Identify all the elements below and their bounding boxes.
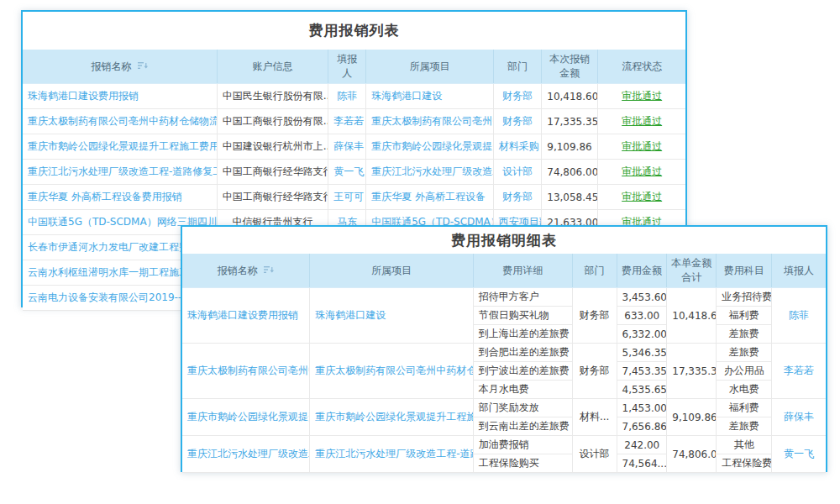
- amount-cell: 7,453.35: [617, 362, 667, 381]
- detail-cell: 部门奖励发放: [473, 399, 572, 417]
- category-cell: 福利费: [717, 307, 772, 325]
- amount-cell: 74,564...: [617, 454, 667, 473]
- total-cell: 9,109.86: [667, 399, 717, 436]
- account-cell: 中国工商银行经华路支行: [217, 185, 328, 210]
- category-cell: 福利费: [717, 399, 772, 417]
- detail-col-dept: 部门: [572, 254, 617, 288]
- list-col-name: 报销名称: [23, 50, 217, 84]
- list-table-title: 费用报销列表: [23, 12, 685, 50]
- total-cell: 10,418.60: [667, 288, 717, 344]
- status-link[interactable]: 审批通过: [598, 134, 685, 160]
- reporter-link[interactable]: 李若若: [328, 109, 366, 134]
- list-col-name-label: 报销名称: [91, 60, 131, 74]
- project-link[interactable]: 重庆江北污水处理厂级改造工程-道路修复工: [310, 436, 474, 473]
- detail-col-project: 所属项目: [310, 254, 474, 288]
- dept-link[interactable]: 设计部: [493, 160, 542, 185]
- status-link[interactable]: 审批通过: [598, 185, 685, 210]
- list-col-project: 所属项目: [366, 50, 493, 84]
- reporter-link[interactable]: 陈菲: [328, 84, 366, 109]
- dept-link[interactable]: 材料采购: [493, 134, 542, 160]
- detail-col-amount: 费用金额: [617, 254, 667, 288]
- expense-name-link[interactable]: 重庆太极制药有限公司亳州中药材: [182, 344, 310, 399]
- list-col-dept: 部门: [493, 50, 542, 84]
- detail-row: 珠海鹤港口建设费用报销 珠海鹤港口建设 招待甲方客户 财务部 3,453.60 …: [182, 288, 826, 307]
- project-link[interactable]: 重庆市鹅岭公园绿化景观提升工程施工: [310, 399, 474, 436]
- amount-cell: 4,535.65: [617, 381, 667, 399]
- detail-table-title: 费用报销明细表: [182, 227, 826, 254]
- account-cell: 中国工商银行股份有限...: [217, 109, 328, 134]
- list-col-reporter: 填报人: [328, 50, 366, 84]
- detail-col-name: 报销名称: [182, 254, 310, 288]
- amount-cell: 3,453.60: [617, 288, 667, 307]
- amount-cell: 13,058.45: [542, 185, 598, 210]
- amount-cell: 5,346.35: [617, 344, 667, 362]
- reporter-link[interactable]: 黄一飞: [328, 160, 366, 185]
- account-cell: 中国建设银行杭州市上...: [217, 134, 328, 160]
- table-row: 重庆华夏 外高桥工程设备费用报销 中国工商银行经华路支行 王可可 重庆华夏 外高…: [23, 185, 685, 210]
- project-link[interactable]: 珠海鹤港口建设: [366, 84, 493, 109]
- sort-icon[interactable]: [138, 60, 148, 71]
- status-link[interactable]: 审批通过: [598, 84, 685, 109]
- project-link[interactable]: 重庆江北污水处理厂级改造工...: [366, 160, 493, 185]
- expense-detail-panel: 费用报销明细表 报销名称 所属项目: [181, 225, 827, 472]
- table-row: 重庆江北污水处理厂级改造工程-道路修复工程费用... 中国工商银行经华路支行 黄…: [23, 160, 685, 185]
- category-cell: 差旅费: [717, 344, 772, 362]
- amount-cell: 9,109.86: [542, 134, 598, 160]
- category-cell: 其他: [717, 436, 772, 454]
- dept-link[interactable]: 财务部: [493, 109, 542, 134]
- detail-row: 重庆市鹅岭公园绿化景观提升工程 重庆市鹅岭公园绿化景观提升工程施工 部门奖励发放…: [182, 399, 826, 417]
- detail-row: 重庆江北污水处理厂级改造工程- 重庆江北污水处理厂级改造工程-道路修复工 加油费…: [182, 436, 826, 454]
- expense-name-link[interactable]: 重庆市鹅岭公园绿化景观提升工程: [182, 399, 310, 436]
- amount-cell: 74,806.00: [542, 160, 598, 185]
- detail-cell: 招待甲方客户: [473, 288, 572, 307]
- detail-cell: 到合肥出差的差旅费: [473, 344, 572, 362]
- account-cell: 中国工商银行经华路支行: [217, 160, 328, 185]
- expense-name-link[interactable]: 重庆江北污水处理厂级改造工程-道路修复工程费用...: [23, 160, 217, 185]
- amount-cell: 6,332.00: [617, 325, 667, 344]
- expense-name-link[interactable]: 重庆太极制药有限公司亳州中药材仓储物流基地项...: [23, 109, 217, 134]
- detail-col-detail: 费用详细: [473, 254, 572, 288]
- reporter-link[interactable]: 陈菲: [772, 288, 826, 344]
- project-link[interactable]: 珠海鹤港口建设: [310, 288, 474, 344]
- category-cell: 业务招待费: [717, 288, 772, 307]
- reporter-link[interactable]: 王可可: [328, 185, 366, 210]
- expense-name-link[interactable]: 重庆市鹅岭公园绿化景观提升工程施工费用报销: [23, 134, 217, 160]
- expense-name-link[interactable]: 珠海鹤港口建设费用报销: [182, 288, 310, 344]
- project-link[interactable]: 重庆太极制药有限公司亳州中药材仓储物流: [310, 344, 474, 399]
- status-link[interactable]: 审批通过: [598, 160, 685, 185]
- page: 费用报销列表 报销名称 账户信息: [0, 0, 840, 504]
- reporter-link[interactable]: 薛保丰: [772, 399, 826, 436]
- list-col-status: 流程状态: [598, 50, 685, 84]
- total-cell: 74,806.00: [667, 436, 717, 473]
- list-col-amount: 本次报销金额: [542, 50, 598, 84]
- dept-link[interactable]: 财务部: [493, 185, 542, 210]
- amount-cell: 7,656.86: [617, 417, 667, 436]
- project-link[interactable]: 重庆太极制药有限公司亳州中...: [366, 109, 493, 134]
- project-link[interactable]: 重庆市鹅岭公园绿化景观提升...: [366, 134, 493, 160]
- detail-col-category: 费用科目: [717, 254, 772, 288]
- project-link[interactable]: 重庆华夏 外高桥工程设备: [366, 185, 493, 210]
- dept-link[interactable]: 财务部: [493, 84, 542, 109]
- sort-icon[interactable]: [264, 265, 274, 275]
- expense-name-link[interactable]: 重庆华夏 外高桥工程设备费用报销: [23, 185, 217, 210]
- expense-name-link[interactable]: 珠海鹤港口建设费用报销: [23, 84, 217, 109]
- dept-cell: 财务部: [572, 344, 617, 399]
- reporter-link[interactable]: 薛保丰: [328, 134, 366, 160]
- expense-detail-table: 报销名称 所属项目 费用详细 部门 费用金额 本单金额合计 费用科目: [182, 254, 826, 473]
- reporter-link[interactable]: 黄一飞: [772, 436, 826, 473]
- account-cell: 中国民生银行股份有限...: [217, 84, 328, 109]
- detail-cell: 工程保险购买: [473, 454, 572, 473]
- detail-col-reporter: 填报人: [772, 254, 826, 288]
- dept-cell: 材料...: [572, 399, 617, 436]
- expense-name-link[interactable]: 重庆江北污水处理厂级改造工程-: [182, 436, 310, 473]
- table-row: 重庆市鹅岭公园绿化景观提升工程施工费用报销 中国建设银行杭州市上... 薛保丰 …: [23, 134, 685, 160]
- detail-col-total: 本单金额合计: [667, 254, 717, 288]
- reporter-link[interactable]: 李若若: [772, 344, 826, 399]
- amount-cell: 1,453.00: [617, 399, 667, 417]
- status-link[interactable]: 审批通过: [598, 109, 685, 134]
- table-row: 珠海鹤港口建设费用报销 中国民生银行股份有限... 陈菲 珠海鹤港口建设 财务部…: [23, 84, 685, 109]
- detail-cell: 加油费报销: [473, 436, 572, 454]
- detail-header-row: 报销名称 所属项目 费用详细 部门 费用金额 本单金额合计 费用科目: [182, 254, 826, 288]
- detail-col-name-label: 报销名称: [218, 264, 258, 278]
- category-cell: 差旅费: [717, 325, 772, 344]
